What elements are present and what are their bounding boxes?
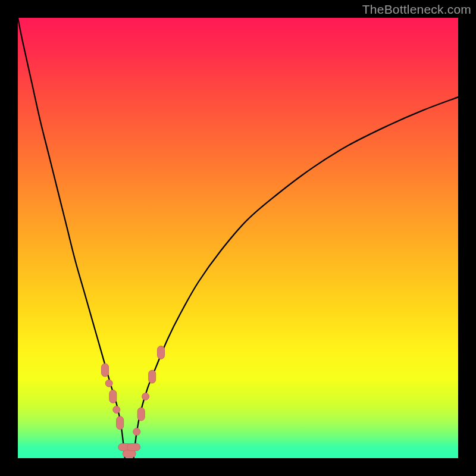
marker-4 — [117, 416, 124, 430]
marker-11 — [149, 370, 156, 383]
marker-9 — [137, 408, 145, 421]
marker-6 — [123, 450, 136, 458]
marker-10 — [142, 393, 149, 400]
marker-3 — [113, 406, 120, 414]
marker-12 — [158, 346, 165, 359]
curve-left-branch — [18, 18, 125, 458]
marker-2 — [109, 390, 117, 403]
marker-0 — [102, 364, 109, 377]
marker-1 — [105, 380, 112, 387]
marker-7 — [127, 444, 140, 451]
curve-layer — [18, 18, 458, 458]
watermark-text: TheBottleneck.com — [362, 2, 471, 17]
curve-right-branch — [134, 97, 458, 458]
plot-area — [18, 18, 458, 458]
chart-frame: TheBottleneck.com — [0, 0, 476, 476]
marker-8 — [133, 428, 140, 436]
